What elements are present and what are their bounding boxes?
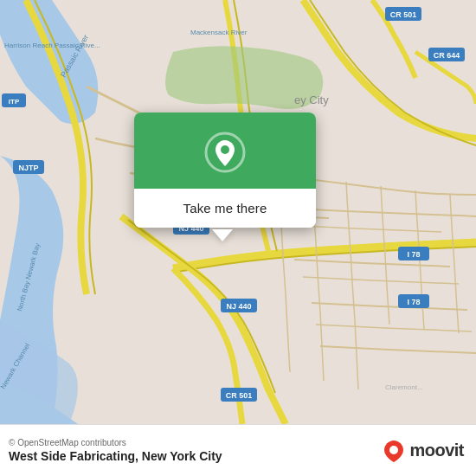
- bottom-left: © OpenStreetMap contributors West Side F…: [9, 438, 222, 463]
- svg-text:NJ 440: NJ 440: [226, 302, 251, 311]
- svg-text:Claremont...: Claremont...: [385, 383, 423, 391]
- svg-text:NJTP: NJTP: [18, 164, 38, 172]
- svg-text:Harrison Reach Passaic Rive...: Harrison Reach Passaic Rive...: [4, 42, 100, 49]
- location-name: West Side Fabricating, New York City: [9, 449, 222, 463]
- take-me-there-button[interactable]: Take me there: [134, 189, 316, 228]
- popup-green-area: [134, 113, 316, 189]
- map-container: NJTP I 78 I 78 NJ 440 NJ 440 CR 501 CR 6…: [0, 0, 476, 424]
- svg-text:ITP: ITP: [9, 98, 20, 106]
- svg-point-28: [389, 446, 398, 454]
- svg-text:CR 501: CR 501: [390, 10, 417, 19]
- svg-text:I 78: I 78: [407, 298, 420, 306]
- svg-text:Mackensack River: Mackensack River: [190, 29, 248, 36]
- bottom-bar: © OpenStreetMap contributors West Side F…: [0, 424, 476, 476]
- svg-text:CR 644: CR 644: [434, 51, 460, 60]
- popup-card: Take me there: [134, 113, 316, 228]
- popup-caret: [212, 229, 233, 241]
- location-pin-icon: [204, 132, 246, 173]
- moovit-pin-icon: [382, 439, 406, 463]
- svg-text:I 78: I 78: [407, 250, 420, 259]
- svg-point-27: [221, 145, 229, 154]
- moovit-logo: moovit: [382, 439, 464, 463]
- svg-text:ey City: ey City: [294, 93, 329, 106]
- osm-attribution: © OpenStreetMap contributors: [9, 438, 222, 447]
- svg-text:CR 501: CR 501: [226, 391, 253, 400]
- moovit-text: moovit: [409, 441, 464, 460]
